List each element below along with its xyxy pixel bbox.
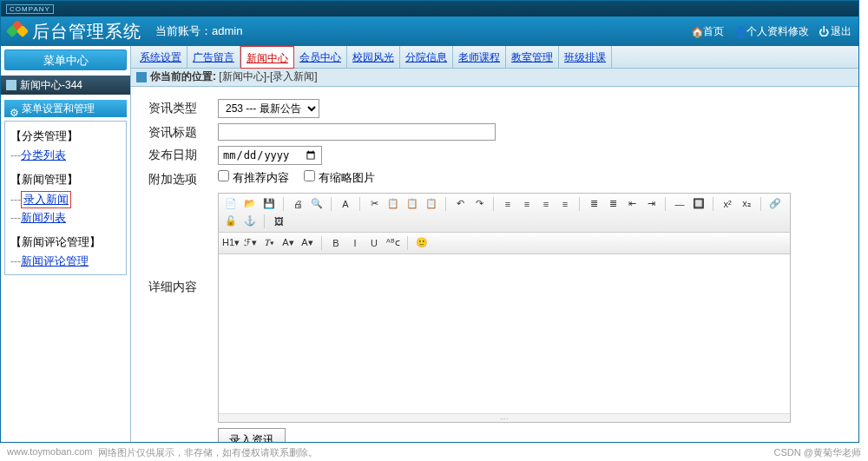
logout-link[interactable]: ⏻退出 xyxy=(819,24,852,39)
editor-tool-icon[interactable]: ℱ▾ xyxy=(243,236,257,250)
footer-note: 网络图片仅供展示，非存储，如有侵权请联系删除。 xyxy=(98,446,318,459)
editor-tool-icon[interactable]: 📂 xyxy=(243,197,257,211)
editor-tool-icon[interactable]: x₂ xyxy=(740,197,753,211)
editor-tool-icon[interactable]: A xyxy=(339,197,352,211)
editor-tool-icon[interactable]: x² xyxy=(720,197,734,211)
label-date: 发布日期 xyxy=(148,146,218,163)
sidebar-subhead: ⚙ 菜单设置和管理 xyxy=(4,100,127,117)
title-input[interactable] xyxy=(218,123,496,141)
editor-tool-icon[interactable]: ≡ xyxy=(501,197,515,211)
editor-tool-icon[interactable]: 🙂 xyxy=(415,236,429,250)
editor-tool-icon[interactable]: ⚓ xyxy=(243,214,257,228)
editor-tool-icon[interactable]: 💾 xyxy=(262,197,276,211)
home-icon: 🏠 xyxy=(691,26,701,36)
window-titlebar: COMPANY xyxy=(1,1,858,16)
app-logo-icon xyxy=(8,22,27,41)
checkbox-recommend[interactable]: 有推荐内容 xyxy=(218,171,289,184)
editor-tool-icon[interactable]: 🔲 xyxy=(692,197,706,211)
tab-members[interactable]: 会员中心 xyxy=(294,46,347,69)
editor-textarea[interactable] xyxy=(219,254,790,411)
group-title: 【新闻评论管理】 xyxy=(10,234,121,250)
company-badge: COMPANY xyxy=(6,4,54,14)
sidebar-item-comments[interactable]: ---新闻评论管理 xyxy=(10,254,121,269)
location-icon xyxy=(136,72,147,82)
label-title: 资讯标题 xyxy=(148,123,218,141)
sidebar-item-category-list[interactable]: ---分类列表 xyxy=(10,148,121,163)
editor-tool-icon[interactable]: ↷ xyxy=(472,197,486,211)
editor-tool-icon[interactable]: — xyxy=(673,197,687,211)
tab-campus[interactable]: 校园风光 xyxy=(347,46,400,69)
editor-tool-icon[interactable]: ⇥ xyxy=(644,197,658,211)
sidebar-menu-center[interactable]: 菜单中心 xyxy=(4,49,127,70)
editor-tool-icon[interactable]: ⇤ xyxy=(625,197,639,211)
tab-ads[interactable]: 广告留言 xyxy=(187,46,240,69)
editor-tool-icon[interactable]: 🖨 xyxy=(291,197,305,211)
header-bar: 后台管理系统 当前账号：admin 🏠首页 👤个人资料修改 ⏻退出 xyxy=(1,16,858,46)
editor-tool-icon[interactable]: 📋 xyxy=(386,197,400,211)
editor-tool-icon[interactable]: 🖼 xyxy=(272,214,286,228)
profile-icon: 👤 xyxy=(734,26,745,36)
rich-editor: 📄📂💾🖨🔍A✂📋📋📋↶↷≡≡≡≡≣≣⇤⇥—🔲x²x₂🔗🔓⚓🖼 H1▾ℱ▾𝑇▾A▾… xyxy=(218,193,791,423)
tab-news[interactable]: 新闻中心 xyxy=(240,46,294,69)
editor-tool-icon[interactable]: ≣ xyxy=(606,197,620,211)
editor-tool-icon[interactable]: 🔗 xyxy=(768,197,782,211)
editor-tool-icon[interactable]: ≡ xyxy=(558,197,572,211)
logout-icon: ⏻ xyxy=(819,26,829,36)
footer-credit: CSDN @黄菊华老师 xyxy=(774,446,861,459)
header-links: 🏠首页 👤个人资料修改 ⏻退出 xyxy=(684,24,852,39)
editor-tool-icon[interactable]: B xyxy=(329,236,343,250)
group-title: 【新闻管理】 xyxy=(10,172,121,188)
folder-icon xyxy=(6,80,16,90)
editor-tool-icon[interactable]: ↶ xyxy=(453,197,467,211)
tab-bar: 系统设置 广告留言 新闻中心 会员中心 校园风光 分院信息 老师课程 教室管理 … xyxy=(131,46,858,69)
sidebar-panel: 【分类管理】 ---分类列表 【新闻管理】 ---录入新闻 ---新闻列表 【新… xyxy=(4,121,127,275)
home-link[interactable]: 🏠首页 xyxy=(691,24,724,39)
group-title: 【分类管理】 xyxy=(10,128,121,144)
editor-tool-icon[interactable]: ≣ xyxy=(587,197,601,211)
footer-url: www.toymoban.com xyxy=(7,446,92,459)
editor-tool-icon[interactable]: ᴬᴮᴄ xyxy=(386,236,400,250)
editor-tool-icon[interactable]: ≡ xyxy=(539,197,553,211)
sidebar-news-center[interactable]: 新闻中心-344 xyxy=(1,76,130,95)
editor-tool-icon[interactable]: H1▾ xyxy=(224,236,238,250)
date-input[interactable] xyxy=(218,146,322,165)
editor-tool-icon[interactable]: 𝑇▾ xyxy=(262,236,276,250)
editor-tool-icon[interactable]: 📋 xyxy=(405,197,419,211)
editor-tool-icon[interactable]: 📄 xyxy=(224,197,238,211)
editor-resize-handle[interactable]: ⋯ xyxy=(219,413,790,422)
editor-tool-icon[interactable]: A▾ xyxy=(300,236,314,250)
tab-classroom[interactable]: 教室管理 xyxy=(506,46,559,69)
editor-tool-icon[interactable]: U xyxy=(367,236,381,250)
tab-system[interactable]: 系统设置 xyxy=(135,46,187,69)
page-footer: www.toymoban.com 网络图片仅供展示，非存储，如有侵权请联系删除。… xyxy=(0,446,868,459)
submit-button[interactable]: 录入资讯 xyxy=(218,428,286,442)
type-select[interactable]: 253 --- 最新公告 xyxy=(218,99,319,118)
editor-toolbar: 📄📂💾🖨🔍A✂📋📋📋↶↷≡≡≡≡≣≣⇤⇥—🔲x²x₂🔗🔓⚓🖼 xyxy=(219,194,790,233)
editor-tool-icon[interactable]: 📋 xyxy=(424,197,438,211)
label-extra: 附加选项 xyxy=(148,170,218,188)
editor-tool-icon[interactable]: ✂ xyxy=(367,197,381,211)
checkbox-thumb[interactable]: 有缩略图片 xyxy=(304,171,375,184)
editor-tool-icon[interactable]: 🔍 xyxy=(310,197,324,211)
editor-tool-icon[interactable]: I xyxy=(348,236,362,250)
editor-tool-icon[interactable]: 🔓 xyxy=(224,214,238,228)
form-area: 资讯类型 253 --- 最新公告 资讯标题 发布日期 xyxy=(131,87,858,442)
account-info: 当前账号：admin xyxy=(155,23,242,39)
tab-teacher[interactable]: 老师课程 xyxy=(453,46,506,69)
label-type: 资讯类型 xyxy=(148,99,218,116)
app-title: 后台管理系统 xyxy=(32,20,141,43)
sidebar: 菜单中心 新闻中心-344 ⚙ 菜单设置和管理 【分类管理】 ---分类列表 【… xyxy=(1,46,131,442)
main-area: 系统设置 广告留言 新闻中心 会员中心 校园风光 分院信息 老师课程 教室管理 … xyxy=(131,46,858,442)
gear-icon: ⚙ xyxy=(10,104,18,113)
sidebar-item-news-list[interactable]: ---新闻列表 xyxy=(10,210,121,226)
profile-link[interactable]: 👤个人资料修改 xyxy=(734,24,809,39)
breadcrumb: 你当前的位置: [新闻中心]-[录入新闻] xyxy=(131,69,858,87)
editor-toolbar-2: H1▾ℱ▾𝑇▾A▾A▾BIUᴬᴮᴄ🙂 xyxy=(219,233,790,254)
tab-branch[interactable]: 分院信息 xyxy=(400,46,453,69)
sidebar-item-add-news[interactable]: ---录入新闻 xyxy=(10,191,121,208)
editor-tool-icon[interactable]: ≡ xyxy=(520,197,534,211)
tab-schedule[interactable]: 班级排课 xyxy=(559,46,612,69)
editor-tool-icon[interactable]: A▾ xyxy=(281,236,295,250)
label-content: 详细内容 xyxy=(148,193,218,295)
